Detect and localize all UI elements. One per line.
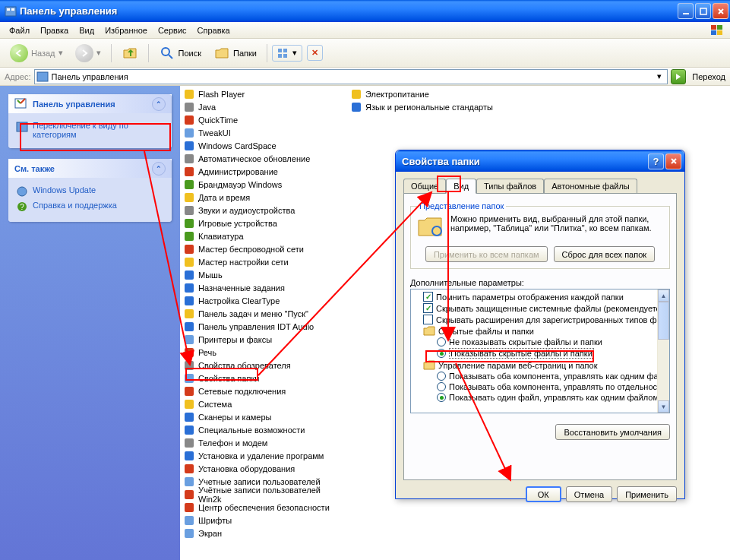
search-button[interactable]: Поиск — [153, 41, 207, 65]
apply-button[interactable]: Применить — [617, 486, 677, 502]
cp-item[interactable]: Java — [180, 100, 347, 113]
tree-item[interactable]: Управление парами веб-страниц и папок — [438, 361, 597, 370]
task-header[interactable]: Панель управления ⌃ — [8, 94, 172, 113]
cp-item[interactable]: Центр обеспечения безопасности — [180, 501, 347, 514]
radio[interactable] — [437, 372, 446, 381]
windows-update-link[interactable]: Windows Update — [16, 184, 164, 199]
checkbox[interactable] — [423, 315, 433, 324]
menu-favorites[interactable]: Избранное — [100, 24, 152, 36]
radio[interactable] — [437, 382, 446, 391]
cancel-button[interactable]: Отмена — [566, 486, 612, 502]
delete-button[interactable]: ✕ — [307, 45, 323, 61]
folder-up-icon — [122, 45, 138, 62]
go-button[interactable] — [671, 69, 686, 84]
cp-item[interactable]: Мышь — [180, 268, 347, 281]
advanced-tree[interactable]: ✓Помнить параметры отображения каждой па… — [410, 289, 670, 413]
cp-item[interactable]: Панель задач и меню "Пуск" — [180, 307, 347, 320]
restore-defaults-button[interactable]: Восстановить умолчания — [555, 424, 670, 440]
cp-item[interactable]: Назначенные задания — [180, 281, 347, 294]
cp-item[interactable]: Настройка ClearType — [180, 294, 347, 307]
tree-item[interactable]: Показывать оба компонента, управлять по … — [449, 382, 657, 391]
tree-item[interactable]: Показывать оба компонента, управлять как… — [449, 372, 659, 381]
help-support-link[interactable]: ? Справка и поддержка — [16, 199, 164, 214]
tab-offline[interactable]: Автономные файлы — [544, 179, 637, 194]
menu-view[interactable]: Вид — [74, 24, 99, 36]
cp-item[interactable]: Шрифты — [180, 514, 347, 527]
cp-item[interactable]: Звуки и аудиоустройства — [180, 204, 347, 217]
checkbox[interactable]: ✓ — [423, 292, 433, 302]
cp-item[interactable]: Экран — [180, 527, 347, 539]
dropdown-icon[interactable]: ▾ — [653, 71, 665, 81]
minimize-button[interactable] — [678, 3, 694, 19]
tree-item[interactable]: Скрывать защищенные системные файлы (рек… — [436, 304, 665, 313]
folders-button[interactable]: Папки — [208, 41, 262, 65]
tree-item[interactable]: Показывать один файл, управлять как одни… — [449, 393, 659, 402]
cp-item[interactable]: Сетевые подключения — [180, 384, 347, 397]
radio[interactable] — [437, 337, 446, 346]
cp-item[interactable]: Панель управления IDT Audio — [180, 320, 347, 333]
cp-item[interactable]: Свойства обозревателя — [180, 359, 347, 372]
view-button[interactable]: ▾ — [272, 45, 302, 62]
cp-item[interactable]: Речь — [180, 346, 347, 359]
cp-item[interactable]: Установка и удаление программ — [180, 449, 347, 462]
scroll-thumb[interactable] — [658, 302, 669, 340]
cp-item[interactable]: Сканеры и камеры — [180, 410, 347, 423]
tab-general[interactable]: Общие — [403, 179, 446, 194]
help-button[interactable]: ? — [648, 153, 664, 169]
collapse-icon[interactable]: ⌃ — [152, 162, 166, 176]
cp-item[interactable]: Дата и время — [180, 191, 347, 204]
cp-item[interactable]: Мастер настройки сети — [180, 255, 347, 268]
tree-item[interactable]: Скрывать расширения для зарегистрированн… — [436, 315, 662, 324]
menu-help[interactable]: Справка — [193, 24, 235, 36]
radio[interactable] — [437, 393, 446, 402]
cp-item[interactable]: TweakUI — [180, 126, 347, 139]
cp-item[interactable]: Язык и региональные стандарты — [347, 100, 514, 113]
tab-view[interactable]: Вид — [446, 179, 476, 194]
back-button[interactable]: Назад ▾ — [5, 40, 68, 66]
ok-button[interactable]: ОК — [526, 486, 561, 502]
tree-item[interactable]: Не показывать скрытые файлы и папки — [449, 337, 602, 346]
tree-item-selected[interactable]: Показывать скрытые файлы и папки — [449, 348, 594, 359]
tab-filetypes[interactable]: Типы файлов — [476, 179, 544, 194]
menu-file[interactable]: Файл — [5, 24, 34, 36]
cp-item[interactable]: Учётные записи пользователей Win2k — [180, 488, 347, 501]
cp-item[interactable]: Клавиатура — [180, 229, 347, 242]
tree-item[interactable]: Помнить параметры отображения каждой пап… — [436, 293, 624, 302]
cp-item[interactable]: Специальные возможности — [180, 423, 347, 436]
menu-edit[interactable]: Правка — [36, 24, 73, 36]
tiles-icon — [277, 48, 289, 59]
cp-item[interactable]: Установка оборудования — [180, 462, 347, 475]
task-header-seealso[interactable]: См. также ⌃ — [8, 159, 172, 178]
collapse-icon[interactable]: ⌃ — [152, 97, 166, 111]
checkbox[interactable]: ✓ — [423, 303, 433, 313]
cp-item[interactable]: Мастер беспроводной сети — [180, 242, 347, 255]
scroll-up-icon[interactable]: ▲ — [658, 289, 669, 302]
cp-item-icon — [183, 476, 195, 488]
cp-item[interactable]: QuickTime — [180, 113, 347, 126]
cp-item[interactable]: Администрирование — [180, 165, 347, 178]
maximize-button[interactable] — [695, 3, 711, 19]
cp-item[interactable]: Автоматическое обновление — [180, 152, 347, 165]
switch-view-link[interactable]: Переключение к виду по категориям — [16, 119, 164, 141]
cp-item[interactable]: Игровые устройства — [180, 217, 347, 229]
cp-item[interactable]: Свойства папки — [180, 372, 347, 384]
reset-all-button[interactable]: Сброс для всех папок — [554, 246, 656, 262]
scrollbar[interactable]: ▲ ▼ — [657, 289, 669, 413]
cp-item[interactable]: Телефон и модем — [180, 436, 347, 449]
address-input[interactable]: Панель управления ▾ — [34, 69, 668, 84]
tree-item[interactable]: Скрытые файлы и папки — [438, 327, 534, 336]
cp-item[interactable]: Электропитание — [347, 87, 514, 100]
cp-item[interactable]: Windows CardSpace — [180, 139, 347, 152]
scroll-down-icon[interactable]: ▼ — [658, 400, 669, 413]
cp-item[interactable]: Принтеры и факсы — [180, 333, 347, 346]
up-button[interactable] — [116, 41, 144, 65]
cp-item[interactable]: Брандмауэр Windows — [180, 178, 347, 191]
dialog-close-button[interactable] — [665, 153, 681, 169]
menu-tools[interactable]: Сервис — [153, 24, 191, 36]
cp-item[interactable]: Flash Player — [180, 87, 347, 100]
forward-button[interactable]: ▾ — [70, 40, 106, 66]
close-button[interactable] — [713, 3, 728, 19]
cp-item-icon — [183, 88, 195, 100]
cp-item[interactable]: Система — [180, 397, 347, 410]
radio[interactable] — [437, 349, 446, 358]
